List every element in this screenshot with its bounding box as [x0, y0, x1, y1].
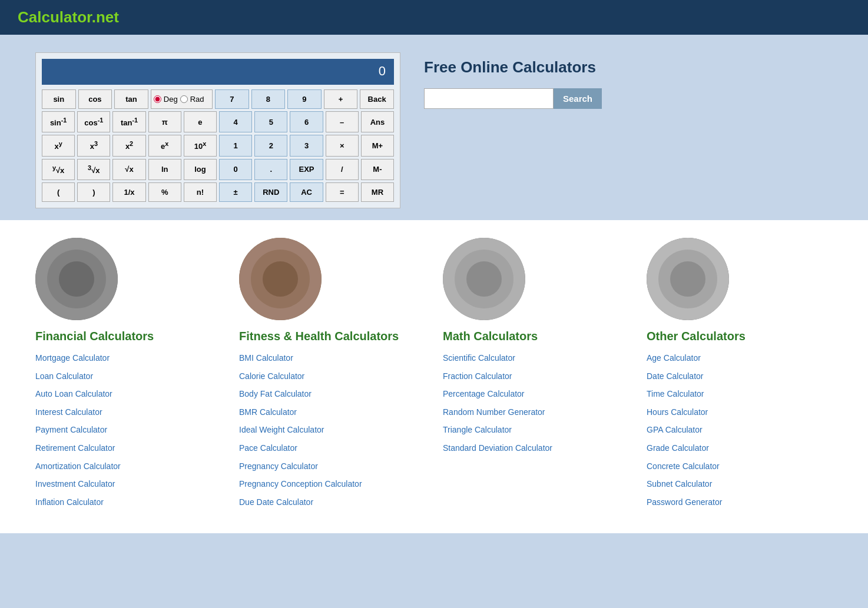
category-link[interactable]: Interest Calculator: [35, 404, 221, 420]
btn-rparen[interactable]: ): [77, 182, 110, 202]
logo[interactable]: Calculator.net: [18, 8, 119, 26]
search-input[interactable]: [424, 88, 554, 109]
btn-cos[interactable]: cos: [78, 89, 112, 109]
btn-4[interactable]: 4: [219, 111, 252, 132]
btn-recip[interactable]: 1/x: [112, 182, 145, 202]
calc-row-1: sin cos tan Deg Rad 7 8 9 + Back: [42, 89, 394, 109]
btn-multiply[interactable]: ×: [326, 135, 359, 156]
category-link[interactable]: Inflation Calculator: [35, 494, 221, 510]
btn-ans[interactable]: Ans: [361, 111, 394, 132]
calc-row-2: sin-1 cos-1 tan-1 π e 4 5 6 – Ans: [42, 111, 394, 132]
btn-xy[interactable]: xy: [42, 135, 75, 156]
category-link[interactable]: Date Calculator: [647, 368, 833, 384]
btn-6[interactable]: 6: [290, 111, 323, 132]
btn-exp[interactable]: EXP: [290, 159, 323, 180]
category-link[interactable]: Random Number Generator: [443, 404, 629, 420]
btn-5[interactable]: 5: [254, 111, 287, 132]
btn-ac[interactable]: AC: [290, 182, 323, 202]
category-link[interactable]: Due Date Calculator: [239, 494, 425, 510]
top-section: 0 sin cos tan Deg Rad 7 8 9 + Back: [0, 35, 868, 220]
category-link[interactable]: Standard Deviation Calculator: [443, 440, 629, 456]
category-link[interactable]: Ideal Weight Calculator: [239, 422, 425, 438]
category-link[interactable]: Concrete Calculator: [647, 459, 833, 474]
btn-2[interactable]: 2: [254, 135, 287, 156]
btn-fact[interactable]: n!: [184, 182, 217, 202]
btn-pi[interactable]: π: [148, 111, 181, 132]
btn-mplus[interactable]: M+: [361, 135, 394, 156]
btn-ex[interactable]: ex: [148, 135, 181, 156]
btn-3[interactable]: 3: [290, 135, 323, 156]
category-link[interactable]: Investment Calculator: [35, 476, 221, 492]
deg-radio[interactable]: [154, 95, 161, 103]
categories-section: Financial CalculatorsMortgage Calculator…: [0, 220, 868, 533]
category-other: Other CalculatorsAge CalculatorDate Calc…: [647, 238, 833, 510]
btn-7[interactable]: 7: [215, 89, 249, 109]
category-img-other: [647, 238, 729, 320]
category-link[interactable]: Password Generator: [647, 494, 833, 510]
btn-tan[interactable]: tan: [114, 89, 148, 109]
btn-3sqrtx[interactable]: 3√x: [77, 159, 110, 180]
category-financial: Financial CalculatorsMortgage Calculator…: [35, 238, 221, 510]
btn-divide[interactable]: /: [326, 159, 359, 180]
btn-asin[interactable]: sin-1: [42, 111, 75, 132]
category-link[interactable]: BMR Calculator: [239, 404, 425, 420]
category-link[interactable]: Age Calculator: [647, 350, 833, 366]
search-section: Free Online Calculators Search: [424, 52, 833, 109]
category-link[interactable]: Payment Calculator: [35, 422, 221, 438]
calc-buttons: sin cos tan Deg Rad 7 8 9 + Back sin-1 c…: [42, 89, 394, 202]
category-title-other: Other Calculators: [647, 330, 833, 343]
btn-log[interactable]: log: [184, 159, 217, 180]
category-link[interactable]: Loan Calculator: [35, 368, 221, 384]
btn-10x[interactable]: 10x: [184, 135, 217, 156]
btn-e[interactable]: e: [184, 111, 217, 132]
category-link[interactable]: Auto Loan Calculator: [35, 386, 221, 402]
category-link[interactable]: BMI Calculator: [239, 350, 425, 366]
category-link[interactable]: Triangle Calculator: [443, 422, 629, 438]
btn-plusminus[interactable]: ±: [219, 182, 252, 202]
category-img-math: [443, 238, 525, 320]
category-link[interactable]: Calorie Calculator: [239, 368, 425, 384]
btn-atan[interactable]: tan-1: [112, 111, 145, 132]
btn-x2[interactable]: x2: [112, 135, 145, 156]
btn-rnd[interactable]: RND: [254, 182, 287, 202]
category-link[interactable]: Time Calculator: [647, 386, 833, 402]
category-link[interactable]: Body Fat Calculator: [239, 386, 425, 402]
btn-minus[interactable]: –: [326, 111, 359, 132]
category-link[interactable]: Retirement Calculator: [35, 440, 221, 456]
category-link[interactable]: Fraction Calculator: [443, 368, 629, 384]
btn-ysqrtx[interactable]: y√x: [42, 159, 75, 180]
category-link[interactable]: Mortgage Calculator: [35, 350, 221, 366]
btn-mr[interactable]: MR: [361, 182, 394, 202]
deg-rad-toggle[interactable]: Deg Rad: [151, 89, 213, 109]
category-link[interactable]: Hours Calculator: [647, 404, 833, 420]
rad-radio[interactable]: [180, 95, 188, 103]
category-link[interactable]: GPA Calculator: [647, 422, 833, 438]
btn-sqrtx[interactable]: √x: [112, 159, 145, 180]
btn-acos[interactable]: cos-1: [77, 111, 110, 132]
btn-x3[interactable]: x3: [77, 135, 110, 156]
btn-9[interactable]: 9: [287, 89, 322, 109]
btn-mminus[interactable]: M-: [361, 159, 394, 180]
calc-row-5: ( ) 1/x % n! ± RND AC = MR: [42, 182, 394, 202]
btn-0[interactable]: 0: [219, 159, 252, 180]
btn-sin[interactable]: sin: [42, 89, 76, 109]
btn-plus[interactable]: +: [324, 89, 358, 109]
btn-back[interactable]: Back: [360, 89, 394, 109]
category-link[interactable]: Scientific Calculator: [443, 350, 629, 366]
category-link[interactable]: Pace Calculator: [239, 440, 425, 456]
btn-lparen[interactable]: (: [42, 182, 75, 202]
btn-percent[interactable]: %: [148, 182, 181, 202]
btn-equals[interactable]: =: [326, 182, 359, 202]
category-link[interactable]: Amortization Calculator: [35, 459, 221, 474]
category-title-financial: Financial Calculators: [35, 330, 221, 343]
category-link[interactable]: Pregnancy Calculator: [239, 459, 425, 474]
btn-dot[interactable]: .: [254, 159, 287, 180]
search-button[interactable]: Search: [554, 88, 602, 109]
category-link[interactable]: Subnet Calculator: [647, 476, 833, 492]
btn-1[interactable]: 1: [219, 135, 252, 156]
btn-ln[interactable]: ln: [148, 159, 181, 180]
category-link[interactable]: Percentage Calculator: [443, 386, 629, 402]
btn-8[interactable]: 8: [251, 89, 286, 109]
category-link[interactable]: Pregnancy Conception Calculator: [239, 476, 425, 492]
category-link[interactable]: Grade Calculator: [647, 440, 833, 456]
